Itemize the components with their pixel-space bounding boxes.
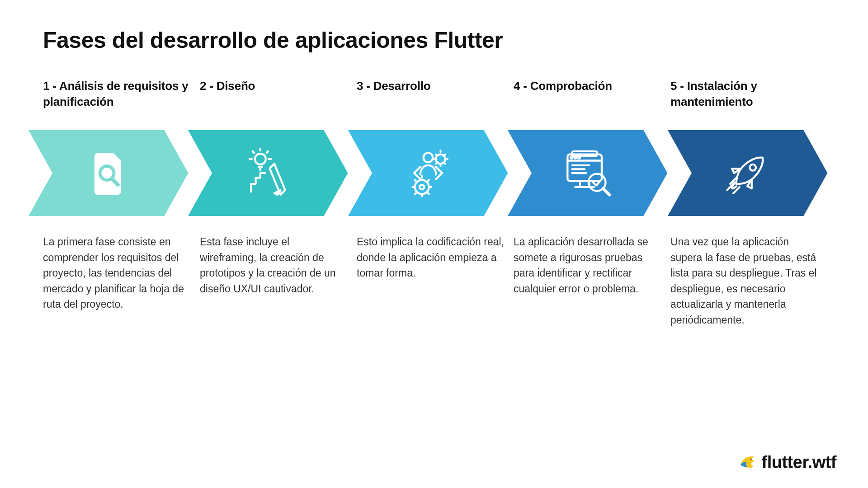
process-arrows [28,130,827,216]
svg-point-15 [420,185,424,189]
phase-desc-2: Esta fase incluye el wireframing, la cre… [200,234,348,296]
phase-label-5: 5 - Instalación y mantenimiento [670,78,818,119]
phase-label-3: 3 - Desarrollo [357,78,505,119]
phase-labels-row: 1 - Análisis de requisitos y planificaci… [43,78,827,119]
footer-brand: flutter.wtf [737,452,836,472]
phase-desc-4: La aplicación desarrollada se somete a r… [514,234,661,296]
phase-desc-1: La primera fase consiste en comprender l… [43,234,191,312]
arrow-phase-5 [668,130,827,216]
phase-label-1: 1 - Análisis de requisitos y planificaci… [43,78,191,119]
phase-desc-3: Esto implica la codificación real, donde… [357,234,505,281]
developer-gear-icon [403,148,453,198]
phase-descriptions-row: La primera fase consiste en comprender l… [43,234,827,328]
svg-point-32 [749,163,757,172]
document-search-icon [84,148,133,198]
svg-point-14 [415,180,429,194]
svg-line-9 [253,151,254,153]
arrow-phase-1 [28,130,188,216]
design-idea-icon [243,148,293,198]
svg-point-12 [423,153,433,162]
rocket-launch-icon [722,148,772,198]
phase-label-2: 2 - Diseño [200,78,348,119]
phase-label-4: 4 - Comprobación [514,78,661,119]
svg-line-10 [267,151,268,153]
arrow-phase-2 [188,130,348,216]
svg-line-30 [603,188,609,195]
arrow-phase-4 [508,130,667,216]
diagram-title: Fases del desarrollo de aplicaciones Flu… [43,27,827,53]
phase-desc-5: Una vez que la aplicación supera la fase… [670,234,818,328]
svg-point-4 [255,154,266,164]
svg-point-36 [750,459,751,460]
bird-logo-icon [737,452,757,472]
svg-point-19 [571,157,572,159]
arrow-phase-3 [348,130,508,216]
brand-text: flutter.wtf [762,453,836,472]
testing-check-icon [563,148,613,198]
